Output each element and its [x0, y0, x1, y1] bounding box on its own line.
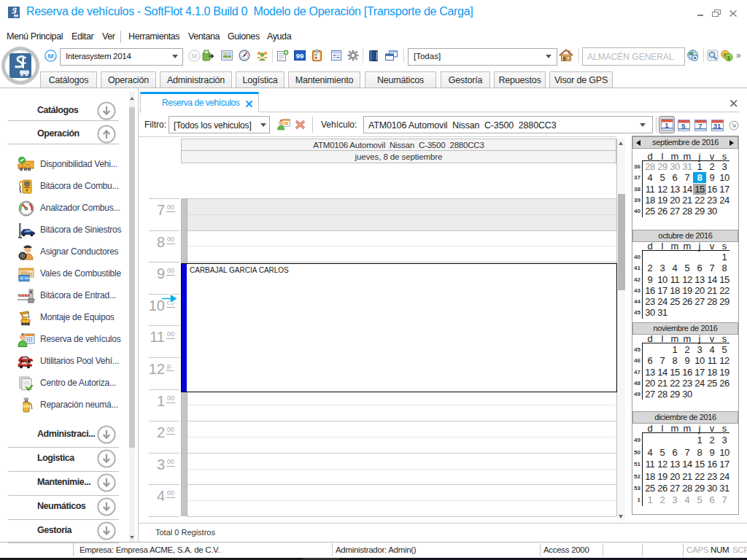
svg-text:$: $	[727, 55, 731, 61]
svg-text:M: M	[192, 52, 198, 60]
svg-text:31: 31	[713, 122, 721, 130]
svg-text:5: 5	[681, 122, 686, 130]
svg-text:M: M	[48, 52, 54, 60]
svg-text:7: 7	[698, 122, 702, 130]
svg-text:1: 1	[665, 121, 669, 129]
svg-text:99: 99	[296, 52, 304, 60]
